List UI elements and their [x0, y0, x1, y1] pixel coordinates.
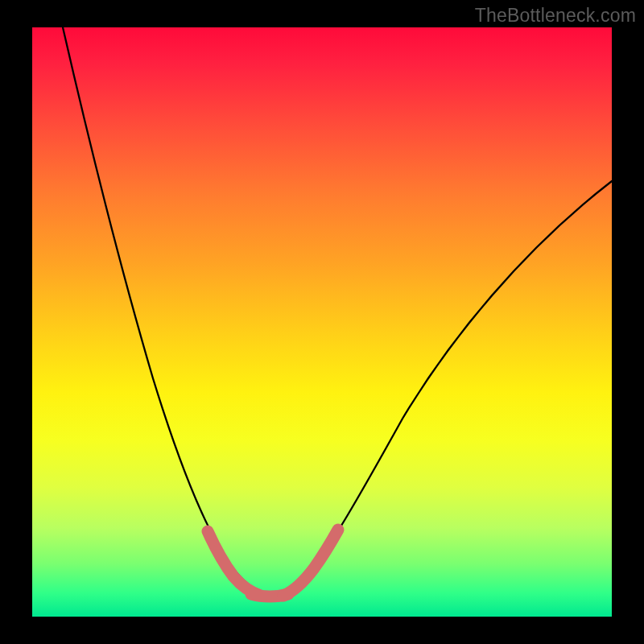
bottleneck-curve — [63, 27, 612, 596]
highlight-band-right — [283, 530, 338, 596]
highlight-band-left — [208, 531, 261, 596]
curve-layer — [0, 0, 644, 644]
chart-frame: TheBottleneck.com — [0, 0, 644, 644]
